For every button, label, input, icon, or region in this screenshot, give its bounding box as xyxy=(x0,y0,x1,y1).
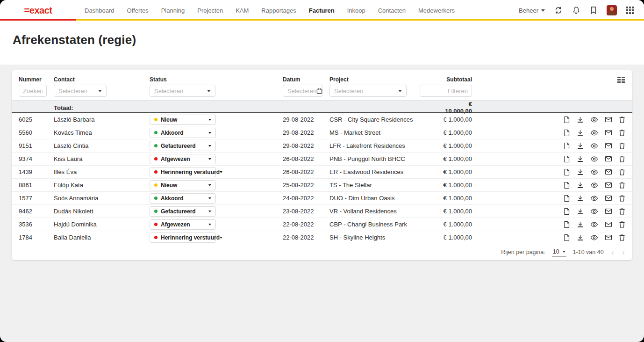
status-select[interactable]: Gefactureerd xyxy=(150,206,216,217)
mail-icon[interactable] xyxy=(605,169,612,175)
nav-item-rapportages[interactable]: Rapportages xyxy=(261,7,296,14)
eye-icon[interactable] xyxy=(590,221,598,228)
refresh-icon[interactable] xyxy=(554,6,563,15)
trash-icon[interactable] xyxy=(619,142,625,150)
trash-icon[interactable] xyxy=(619,129,625,137)
mail-icon[interactable] xyxy=(605,221,612,227)
nav-item-contacten[interactable]: Contacten xyxy=(378,7,406,14)
eye-icon[interactable] xyxy=(590,116,598,123)
trash-icon[interactable] xyxy=(619,221,625,228)
mail-icon[interactable] xyxy=(605,195,612,201)
document-icon[interactable] xyxy=(563,155,570,163)
cell-datum: 25-08-2022 xyxy=(283,182,329,189)
mail-icon[interactable] xyxy=(605,182,612,188)
exact-logo[interactable]: =exact xyxy=(0,5,76,16)
trash-icon[interactable] xyxy=(619,234,625,241)
status-select[interactable]: Nieuw xyxy=(150,180,216,190)
beheer-dropdown[interactable]: Beheer xyxy=(519,7,545,14)
download-icon[interactable] xyxy=(577,129,584,137)
trash-icon[interactable] xyxy=(619,182,625,189)
mail-icon[interactable] xyxy=(605,156,612,162)
download-icon[interactable] xyxy=(577,168,584,176)
status-select[interactable]: Akkoord xyxy=(150,193,216,204)
datum-filter-select[interactable]: Selecteren xyxy=(283,85,322,97)
download-icon[interactable] xyxy=(577,208,584,215)
document-icon[interactable] xyxy=(563,182,570,189)
chevron-left-icon[interactable]: ‹ xyxy=(610,248,615,256)
nav-item-inkoop[interactable]: Inkoop xyxy=(347,7,365,14)
user-avatar[interactable] xyxy=(607,5,617,15)
nummer-search-input[interactable] xyxy=(19,85,47,97)
download-icon[interactable] xyxy=(577,234,584,241)
trash-icon[interactable] xyxy=(619,195,625,202)
nav-item-facturen[interactable]: Facturen xyxy=(309,7,335,14)
mail-icon[interactable] xyxy=(605,116,612,123)
contact-filter-select[interactable]: Selecteren xyxy=(54,85,107,97)
eye-icon[interactable] xyxy=(590,130,598,136)
download-icon[interactable] xyxy=(577,221,584,228)
pagination-range: 1-10 van 40 xyxy=(573,249,604,255)
status-label: Nieuw xyxy=(161,116,208,123)
download-icon[interactable] xyxy=(577,195,584,202)
nav-item-planning[interactable]: Planning xyxy=(161,7,185,14)
nav-item-offertes[interactable]: Offertes xyxy=(127,7,149,14)
download-icon[interactable] xyxy=(577,142,584,150)
document-icon[interactable] xyxy=(563,129,570,137)
nav-item-dashboard[interactable]: Dashboard xyxy=(85,7,114,14)
mail-icon[interactable] xyxy=(605,130,612,136)
document-icon[interactable] xyxy=(563,116,570,124)
brand-underline xyxy=(0,19,76,21)
eye-icon[interactable] xyxy=(590,195,598,202)
trash-icon[interactable] xyxy=(619,168,625,176)
download-icon[interactable] xyxy=(577,182,584,189)
table-row: 1439 Illés Éva Herinnering verstuurd 26-… xyxy=(12,166,632,179)
search-input[interactable] xyxy=(19,85,46,96)
mail-icon[interactable] xyxy=(605,208,612,214)
subtotaal-filter-input[interactable] xyxy=(420,85,472,97)
eye-icon[interactable] xyxy=(590,234,598,241)
status-select[interactable]: Akkoord xyxy=(150,128,216,138)
document-icon[interactable] xyxy=(563,195,570,202)
apps-grid-icon[interactable] xyxy=(626,7,634,14)
filter-input[interactable] xyxy=(420,85,472,96)
status-select[interactable]: Gefactureerd xyxy=(150,141,216,151)
trash-icon[interactable] xyxy=(619,155,625,163)
status-filter-select[interactable]: Selecteren xyxy=(150,85,215,97)
status-dot-icon xyxy=(154,118,157,121)
nav-item-kam[interactable]: KAM xyxy=(236,7,249,14)
cell-subtotaal: € 1.000,00 xyxy=(442,155,472,162)
total-row: Totaal: € 10.000,00 xyxy=(12,100,632,113)
document-icon[interactable] xyxy=(563,168,570,176)
page-size-select[interactable]: 10 xyxy=(552,247,566,257)
bell-icon[interactable] xyxy=(572,6,580,15)
eye-icon[interactable] xyxy=(590,156,598,162)
eye-icon[interactable] xyxy=(590,143,598,149)
document-icon[interactable] xyxy=(563,208,570,215)
mail-icon[interactable] xyxy=(605,234,612,240)
bookmark-icon[interactable] xyxy=(590,6,597,15)
status-select[interactable]: Herinnering verstuurd xyxy=(150,167,216,177)
column-settings-icon[interactable] xyxy=(617,76,625,85)
nav-item-projecten[interactable]: Projecten xyxy=(197,7,223,14)
status-select[interactable]: Nieuw xyxy=(150,115,216,125)
eye-icon[interactable] xyxy=(590,182,598,189)
trash-icon[interactable] xyxy=(619,208,625,215)
project-filter-select[interactable]: Selecteren xyxy=(329,85,407,97)
eye-icon[interactable] xyxy=(590,169,598,175)
nav-item-medewerkers[interactable]: Medewerkers xyxy=(418,7,455,14)
mail-icon[interactable] xyxy=(605,143,612,149)
document-icon[interactable] xyxy=(563,142,570,150)
trash-icon[interactable] xyxy=(619,116,625,124)
download-icon[interactable] xyxy=(577,116,584,124)
status-select[interactable]: Afgewezen xyxy=(150,219,216,230)
document-icon[interactable] xyxy=(563,221,570,228)
document-icon[interactable] xyxy=(563,234,570,241)
status-select[interactable]: Herinnering verstuurd xyxy=(150,233,216,243)
cell-datum: 26-08-2022 xyxy=(283,155,329,162)
eye-icon[interactable] xyxy=(590,208,598,215)
status-select[interactable]: Afgewezen xyxy=(150,154,216,164)
chevron-right-icon[interactable]: › xyxy=(621,248,626,256)
top-nav: =exact Dashboard Offertes Planning Proje… xyxy=(0,0,644,21)
status-label: Gefactureerd xyxy=(161,143,208,149)
download-icon[interactable] xyxy=(577,155,584,163)
